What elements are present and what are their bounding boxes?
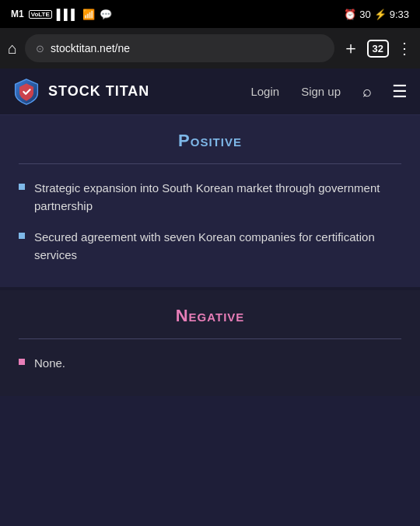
status-right: ⏰ 30 ⚡ 9:33 xyxy=(344,9,409,20)
positive-divider xyxy=(19,163,401,164)
carrier-text: M1 xyxy=(11,9,24,19)
positive-bullet-2: Secured agreement with seven Korean comp… xyxy=(34,229,401,264)
negative-title: Negative xyxy=(19,306,401,326)
battery-level: 30 xyxy=(359,9,370,20)
site-security-icon: ⊙ xyxy=(36,43,44,54)
positive-section: Positive Strategic expansion into South … xyxy=(0,115,420,290)
status-left: M1 VoLTE ▌▌▌ 📶 💬 xyxy=(11,9,112,20)
new-tab-button[interactable]: ＋ xyxy=(342,37,359,60)
list-item: Strategic expansion into South Korean ma… xyxy=(19,180,401,215)
content-area: Positive Strategic expansion into South … xyxy=(0,115,420,526)
positive-bullet-1: Strategic expansion into South Korean ma… xyxy=(34,180,401,215)
site-header: STOCK TITAN Login Sign up ⌕ ☰ xyxy=(0,68,420,115)
tabs-count-button[interactable]: 32 xyxy=(367,40,389,58)
negative-bullet-1: None. xyxy=(34,355,65,373)
positive-title: Positive xyxy=(19,131,401,151)
status-bar: M1 VoLTE ▌▌▌ 📶 💬 ⏰ 30 ⚡ 9:33 xyxy=(0,0,420,28)
list-item: Secured agreement with seven Korean comp… xyxy=(19,229,401,264)
bullet-icon xyxy=(19,184,25,190)
login-button[interactable]: Login xyxy=(250,85,279,98)
signal-bars-icon: ▌▌▌ xyxy=(57,9,79,20)
browser-chrome: ⌂ ⊙ stocktitan.net/ne ＋ 32 ⋮ xyxy=(0,28,420,68)
bullet-icon xyxy=(19,359,25,365)
negative-bullet-list: None. xyxy=(19,355,401,373)
logo-container[interactable]: STOCK TITAN xyxy=(12,78,149,106)
logo-icon xyxy=(12,78,40,106)
address-text: stocktitan.net/ne xyxy=(51,42,130,54)
wifi-icon: 📶 xyxy=(82,9,95,20)
home-button[interactable]: ⌂ xyxy=(8,40,17,58)
search-icon[interactable]: ⌕ xyxy=(362,82,372,100)
time-display: 9:33 xyxy=(390,9,409,20)
charging-icon: ⚡ xyxy=(374,9,387,20)
volte-badge: VoLTE xyxy=(29,10,52,19)
browser-menu-button[interactable]: ⋮ xyxy=(397,39,412,58)
negative-divider xyxy=(19,338,401,339)
signup-button[interactable]: Sign up xyxy=(301,85,341,98)
alarm-icon: ⏰ xyxy=(344,9,356,20)
list-item: None. xyxy=(19,355,401,373)
negative-section: Negative None. xyxy=(0,290,420,396)
bullet-icon xyxy=(19,233,25,239)
address-bar[interactable]: ⊙ stocktitan.net/ne xyxy=(25,34,334,62)
menu-icon[interactable]: ☰ xyxy=(392,82,408,102)
whatsapp-icon: 💬 xyxy=(100,9,112,20)
positive-bullet-list: Strategic expansion into South Korean ma… xyxy=(19,180,401,264)
logo-text: STOCK TITAN xyxy=(48,83,149,100)
